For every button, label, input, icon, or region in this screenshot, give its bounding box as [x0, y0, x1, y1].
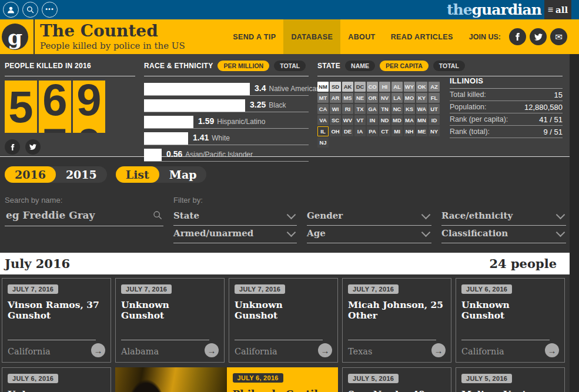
tab-2015[interactable]: 2015 — [56, 166, 107, 183]
state-tile-ok[interactable]: OK — [416, 82, 427, 92]
tab-2016[interactable]: 2016 — [5, 166, 56, 183]
more-menu-icon[interactable]: ••• — [42, 2, 58, 18]
state-tile-sd[interactable]: SD — [330, 82, 341, 92]
facebook-share-icon[interactable] — [5, 139, 20, 155]
counted-roundel-logo[interactable]: g — [2, 24, 28, 50]
state-tile-co[interactable]: CO — [367, 82, 378, 92]
state-tile-hi[interactable]: HI — [379, 82, 390, 92]
person-card[interactable]: JULY 7, 2016UnknownGunshotCalifornia→ — [229, 278, 338, 363]
state-tile-ca[interactable]: CA — [317, 104, 329, 114]
state-tile-nv[interactable]: NV — [379, 93, 390, 103]
nav-item-database[interactable]: DATABASE — [283, 19, 340, 54]
state-tile-wa[interactable]: WA — [416, 104, 427, 114]
twitter-icon[interactable] — [530, 28, 547, 45]
toggle-name[interactable]: NAME — [345, 61, 375, 71]
state-tile-al[interactable]: AL — [391, 82, 403, 92]
state-tile-nd[interactable]: ND — [379, 115, 390, 125]
person-card[interactable]: JULY 5, 2016Sam Newby, 49→ — [342, 367, 451, 392]
state-tile-ia[interactable]: IA — [354, 126, 366, 136]
nav-item-about[interactable]: ABOUT — [340, 19, 383, 54]
state-tile-me[interactable]: ME — [416, 126, 427, 136]
all-sections-button[interactable]: ≡ all — [544, 0, 571, 19]
nav-item-read-articles[interactable]: READ ARTICLES — [383, 19, 461, 54]
dropdown-armed-unarmed[interactable]: Armed/unarmed — [173, 226, 297, 243]
person-name: Vinson Ramos, 37 — [8, 300, 105, 310]
state-tile-dc[interactable]: DC — [354, 82, 366, 92]
arrow-icon[interactable]: → — [205, 343, 219, 357]
state-tile-mi[interactable]: MI — [391, 126, 403, 136]
state-tile-fl[interactable]: FL — [429, 93, 440, 103]
arrow-icon[interactable]: → — [545, 343, 559, 357]
profile-icon[interactable] — [3, 2, 19, 18]
state-tile-vt[interactable]: VT — [354, 115, 366, 125]
tab-map[interactable]: Map — [159, 166, 207, 183]
dropdown-state[interactable]: State — [173, 209, 297, 226]
state-tile-wi[interactable]: WI — [330, 104, 341, 114]
state-tile-in[interactable]: IN — [367, 115, 378, 125]
person-card[interactable]: JULY 6, 2016UnknownGunshotCalifornia→ — [456, 278, 565, 363]
state-tile-nh[interactable]: NH — [404, 126, 415, 136]
twitter-share-icon[interactable] — [25, 139, 41, 155]
state-tile-ks[interactable]: KS — [404, 104, 415, 114]
state-tile-oh[interactable]: OH — [330, 126, 341, 136]
state-tile-mn[interactable]: MN — [416, 115, 427, 125]
email-icon[interactable]: ✉ — [550, 28, 567, 45]
arrow-icon[interactable]: → — [431, 343, 446, 357]
counter-share-row — [5, 139, 135, 155]
person-card[interactable]: JULY 7, 2016UnknownGunshotAlabama→ — [115, 278, 225, 363]
arrow-icon[interactable]: → — [318, 343, 332, 357]
state-tile-mo[interactable]: MO — [404, 93, 415, 103]
state-tile-md[interactable]: MD — [391, 115, 403, 125]
state-tile-tx[interactable]: TX — [354, 104, 366, 114]
state-tile-nj[interactable]: NJ — [317, 138, 329, 148]
state-tile-wy[interactable]: WY — [404, 82, 415, 92]
state-tile-mt[interactable]: MT — [317, 93, 329, 103]
arrow-icon[interactable]: → — [91, 343, 105, 357]
state-tile-wv[interactable]: WV — [342, 115, 353, 125]
search-input[interactable] — [5, 209, 148, 222]
state-tile-ar[interactable]: AR — [330, 93, 341, 103]
person-card[interactable]: JULY 7, 2016Micah Johnson, 25OtherTexas→ — [342, 278, 451, 363]
nav-item-send-a-tip[interactable]: SEND A TIP — [225, 19, 283, 54]
state-tile-tn[interactable]: TN — [379, 104, 390, 114]
state-tile-ga[interactable]: GA — [367, 104, 378, 114]
person-card-featured[interactable]: JULY 6, 2016Philando Castile, 32 — [115, 367, 338, 392]
state-tile-nm[interactable]: NM — [317, 82, 329, 92]
state-tile-ky[interactable]: KY — [416, 93, 427, 103]
person-card[interactable]: JULY 7, 2016Vinson Ramos, 37GunshotCalif… — [2, 278, 111, 363]
toggle-total[interactable]: TOTAL — [274, 61, 306, 71]
state-tile-la[interactable]: LA — [391, 93, 403, 103]
state-tile-id[interactable]: ID — [429, 115, 440, 125]
state-tile-ne[interactable]: NE — [354, 93, 366, 103]
facebook-icon[interactable] — [509, 28, 526, 45]
state-tile-il[interactable]: IL — [317, 126, 329, 136]
dropdown-classification[interactable]: Classification — [441, 226, 566, 243]
state-tile-ma[interactable]: MA — [404, 115, 415, 125]
race-row-text: 0.56Asian/Pacific Islander — [166, 149, 253, 159]
toggle-per-million[interactable]: PER MILLION — [217, 61, 269, 71]
state-tile-ak[interactable]: AK — [342, 82, 353, 92]
state-tile-az[interactable]: AZ — [429, 82, 440, 92]
search-icon[interactable] — [22, 2, 38, 18]
state-tile-pa[interactable]: PA — [367, 126, 378, 136]
person-card[interactable]: JULY 6, 2016Unknown→ — [2, 367, 111, 392]
dropdown-gender[interactable]: Gender — [307, 209, 431, 226]
toggle-total[interactable]: TOTAL — [433, 61, 465, 71]
tab-list[interactable]: List — [116, 166, 159, 183]
toggle-per-capita[interactable]: PER CAPITA — [380, 61, 429, 71]
state-tile-va[interactable]: VA — [317, 115, 329, 125]
state-tile-de[interactable]: DE — [342, 126, 353, 136]
guardian-logo[interactable]: theguardian — [447, 1, 541, 19]
state-tile-sc[interactable]: SC — [330, 115, 341, 125]
state-tile-or[interactable]: OR — [367, 93, 378, 103]
dropdown-age[interactable]: Age — [307, 226, 431, 243]
state-tile-ny[interactable]: NY — [429, 126, 440, 136]
state-tile-ri[interactable]: RI — [342, 104, 353, 114]
people-killed-section: PEOPLE KILLED IN 2016 56790 — [5, 59, 135, 155]
state-tile-ut[interactable]: UT — [429, 104, 440, 114]
person-card[interactable]: JULY 5, 2016Melissa Ventura, 24→ — [456, 367, 565, 392]
state-tile-nc[interactable]: NC — [391, 104, 403, 114]
state-tile-ms[interactable]: MS — [342, 93, 353, 103]
dropdown-race-ethnicity[interactable]: Race/ethnicity — [441, 209, 566, 226]
state-tile-ct[interactable]: CT — [379, 126, 390, 136]
